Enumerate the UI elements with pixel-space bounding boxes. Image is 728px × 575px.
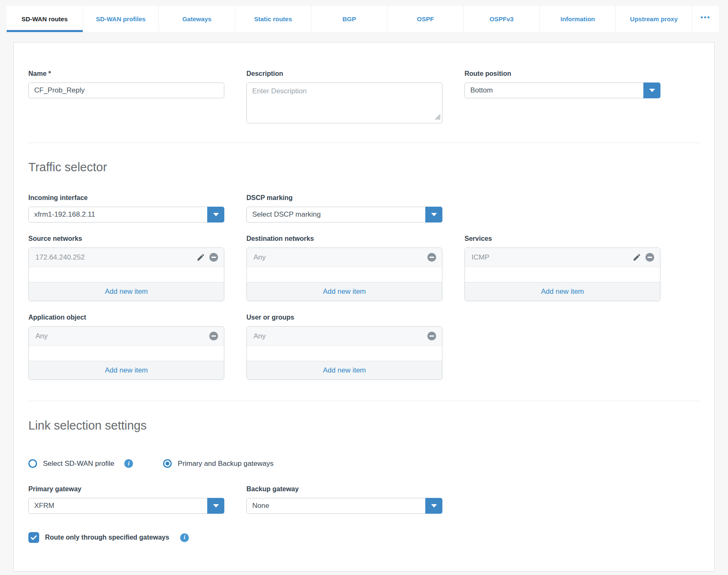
tab-more-ellipsis[interactable]: ••• — [692, 6, 719, 32]
radio-select-sdwan-profile[interactable]: Select SD-WAN profile — [28, 459, 114, 468]
edit-pencil-icon[interactable] — [196, 253, 205, 262]
remove-item-icon[interactable] — [427, 332, 436, 340]
incoming-interface-value: xfrm1-192.168.2.11 — [29, 210, 207, 219]
tab-static-routes[interactable]: Static routes — [235, 6, 311, 32]
traffic-selector-heading: Traffic selector — [28, 160, 700, 174]
source-networks-list: 172.64.240.252 Add new item — [28, 248, 224, 301]
dscp-marking-dropdown-button[interactable] — [425, 207, 442, 222]
destination-networks-add-button[interactable]: Add new item — [247, 282, 442, 301]
services-field-group: Services ICMP Add new item — [464, 235, 660, 301]
route-position-label: Route position — [464, 70, 660, 78]
destination-networks-label: Destination networks — [246, 235, 442, 242]
name-field-group: Name * — [28, 70, 224, 98]
source-networks-field-group: Source networks 172.64.240.252 Add new i… — [28, 235, 224, 301]
services-add-button[interactable]: Add new item — [465, 282, 660, 301]
primary-gateway-select[interactable]: XFRM — [28, 498, 224, 514]
section-divider — [28, 401, 700, 401]
list-empty-area — [29, 346, 224, 361]
list-item: Any — [247, 327, 442, 346]
dscp-marking-label: DSCP marking — [246, 194, 442, 202]
tab-gateways[interactable]: Gateways — [159, 6, 235, 32]
chevron-down-icon — [213, 504, 219, 508]
remove-item-icon[interactable] — [209, 253, 218, 262]
destination-networks-list: Any Add new item — [246, 248, 442, 301]
list-item: 172.64.240.252 — [29, 248, 224, 267]
application-object-item-text: Any — [35, 332, 209, 340]
remove-item-icon[interactable] — [209, 332, 218, 340]
dscp-marking-select[interactable]: Select DSCP marking — [246, 207, 442, 222]
route-position-field-group: Route position Bottom — [464, 70, 660, 98]
radio-primary-backup-gateways[interactable]: Primary and Backup gateways — [163, 459, 274, 468]
checkmark-icon — [30, 533, 38, 542]
edit-pencil-icon[interactable] — [633, 253, 641, 262]
tab-ospfv3[interactable]: OSPFv3 — [464, 6, 540, 32]
tab-sdwan-routes[interactable]: SD-WAN routes — [7, 6, 83, 32]
list-empty-area — [247, 267, 442, 282]
list-item: Any — [247, 248, 442, 267]
route-position-value: Bottom — [465, 86, 643, 95]
resize-handle-icon[interactable] — [434, 114, 441, 122]
dscp-marking-value: Select DSCP marking — [247, 210, 425, 219]
incoming-interface-select[interactable]: xfrm1-192.168.2.11 — [28, 207, 224, 222]
user-or-groups-label: User or groups — [246, 314, 442, 321]
primary-gateway-value: XFRM — [29, 502, 207, 510]
tab-ospf[interactable]: OSPF — [387, 6, 464, 32]
service-item-text: ICMP — [472, 253, 633, 262]
tab-bar: SD-WAN routes SD-WAN profiles Gateways S… — [7, 6, 719, 32]
description-field-group: Description — [246, 70, 442, 125]
services-list: ICMP Add new item — [464, 248, 660, 301]
application-object-add-button[interactable]: Add new item — [29, 361, 224, 380]
incoming-interface-field-group: Incoming interface xfrm1-192.168.2.11 — [28, 194, 224, 222]
user-or-groups-add-button[interactable]: Add new item — [247, 361, 442, 380]
radio-selected-icon[interactable] — [163, 459, 172, 468]
name-input[interactable] — [28, 82, 224, 98]
remove-item-icon[interactable] — [645, 253, 654, 262]
radio-primary-backup-gateways-label: Primary and Backup gateways — [178, 460, 274, 468]
backup-gateway-field-group: Backup gateway None — [246, 485, 442, 514]
tab-information[interactable]: Information — [540, 6, 616, 32]
info-icon[interactable]: i — [180, 533, 189, 542]
tab-sdwan-profiles[interactable]: SD-WAN profiles — [83, 6, 159, 32]
radio-unselected-icon[interactable] — [28, 459, 37, 468]
name-label: Name * — [28, 70, 224, 78]
list-empty-area — [29, 267, 224, 282]
link-selection-settings-heading: Link selection settings — [28, 419, 700, 432]
route-only-checkbox[interactable] — [28, 532, 39, 543]
destination-network-item-text: Any — [254, 253, 427, 262]
route-position-dropdown-button[interactable] — [643, 82, 660, 98]
list-item: Any — [29, 327, 224, 346]
tab-upstream-proxy[interactable]: Upstream proxy — [616, 6, 692, 32]
application-object-label: Application object — [28, 314, 224, 321]
dscp-marking-field-group: DSCP marking Select DSCP marking — [246, 194, 442, 222]
primary-gateway-field-group: Primary gateway XFRM — [28, 485, 224, 514]
tab-bgp[interactable]: BGP — [311, 6, 388, 32]
incoming-interface-label: Incoming interface — [28, 194, 224, 202]
primary-gateway-dropdown-button[interactable] — [207, 498, 224, 514]
description-label: Description — [246, 70, 442, 78]
primary-gateway-label: Primary gateway — [28, 485, 224, 493]
info-icon[interactable]: i — [124, 459, 133, 468]
destination-networks-field-group: Destination networks Any Add new item — [246, 235, 442, 301]
radio-select-sdwan-profile-label: Select SD-WAN profile — [43, 460, 114, 468]
chevron-down-icon — [431, 213, 437, 216]
source-networks-label: Source networks — [28, 235, 224, 242]
user-or-groups-field-group: User or groups Any Add new item — [246, 314, 442, 380]
backup-gateway-select[interactable]: None — [246, 498, 442, 514]
services-label: Services — [464, 235, 660, 242]
description-textarea[interactable] — [246, 82, 442, 123]
route-only-checkbox-label: Route only through specified gateways — [45, 534, 169, 541]
user-or-groups-item-text: Any — [254, 332, 427, 340]
sdwan-route-form-panel: Name * Description Route position Bottom — [13, 42, 715, 572]
remove-item-icon[interactable] — [427, 253, 436, 262]
route-position-select[interactable]: Bottom — [464, 82, 660, 98]
incoming-interface-dropdown-button[interactable] — [207, 207, 224, 222]
backup-gateway-dropdown-button[interactable] — [425, 498, 442, 514]
application-object-list: Any Add new item — [28, 326, 224, 380]
application-object-field-group: Application object Any Add new item — [28, 314, 224, 380]
list-empty-area — [465, 267, 660, 282]
list-empty-area — [247, 346, 442, 361]
source-networks-add-button[interactable]: Add new item — [29, 282, 224, 301]
list-item: ICMP — [465, 248, 660, 267]
section-divider — [28, 142, 700, 143]
backup-gateway-label: Backup gateway — [246, 485, 442, 493]
